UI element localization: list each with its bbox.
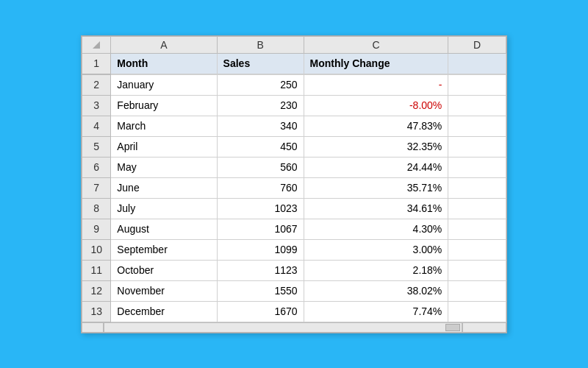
cell-d12[interactable]	[448, 280, 506, 301]
cell-d9[interactable]	[448, 219, 506, 239]
table-row: 12November155038.02%	[82, 280, 506, 301]
cell-c13[interactable]: 7.74%	[304, 301, 448, 322]
row-num-11: 11	[82, 260, 111, 280]
horizontal-scrollbar[interactable]	[104, 322, 462, 333]
spreadsheet: A B C D 1 Month Sales Monthly Change	[81, 35, 507, 333]
cell-a9[interactable]: August	[111, 219, 217, 239]
cell-a3[interactable]: February	[111, 95, 217, 116]
row-num-6: 6	[82, 157, 111, 177]
row-num-9: 9	[82, 219, 111, 239]
cell-c12[interactable]: 38.02%	[304, 280, 448, 301]
cell-c2[interactable]: -	[304, 74, 448, 95]
cell-b8[interactable]: 1023	[217, 198, 304, 219]
row-num-13: 13	[82, 301, 111, 322]
col-header-b[interactable]: B	[217, 36, 304, 53]
cell-c1[interactable]: Monthly Change	[304, 53, 448, 74]
table-row-header: 1 Month Sales Monthly Change	[82, 53, 506, 74]
cell-d2[interactable]	[448, 74, 506, 95]
cell-b13[interactable]: 1670	[217, 301, 304, 322]
cell-b1[interactable]: Sales	[217, 53, 304, 74]
cell-b7[interactable]: 760	[217, 177, 304, 198]
cell-c5[interactable]: 32.35%	[304, 136, 448, 157]
cell-d5[interactable]	[448, 136, 506, 157]
cell-c4[interactable]: 47.83%	[304, 116, 448, 136]
row-num-12: 12	[82, 280, 111, 301]
table-row: 7June76035.71%	[82, 177, 506, 198]
row-num-5: 5	[82, 136, 111, 157]
cell-c11[interactable]: 2.18%	[304, 260, 448, 280]
cell-b3[interactable]: 230	[217, 95, 304, 116]
cell-b9[interactable]: 1067	[217, 219, 304, 239]
cell-b6[interactable]: 560	[217, 157, 304, 177]
cell-a1[interactable]: Month	[111, 53, 217, 74]
scroll-thumb[interactable]	[445, 324, 460, 331]
cell-a10[interactable]: September	[111, 239, 217, 260]
table-row: 9August10674.30%	[82, 219, 506, 239]
table-row: 5April45032.35%	[82, 136, 506, 157]
row-num-2: 2	[82, 74, 111, 95]
cell-a13[interactable]: December	[111, 301, 217, 322]
cell-c6[interactable]: 24.44%	[304, 157, 448, 177]
cell-b5[interactable]: 450	[217, 136, 304, 157]
row-num-7: 7	[82, 177, 111, 198]
cell-d6[interactable]	[448, 157, 506, 177]
cell-b12[interactable]: 1550	[217, 280, 304, 301]
sheet-table: A B C D 1 Month Sales Monthly Change	[82, 36, 506, 74]
cell-d10[interactable]	[448, 239, 506, 260]
cell-d13[interactable]	[448, 301, 506, 322]
table-row: 6May56024.44%	[82, 157, 506, 177]
scrollbar-row	[82, 322, 506, 333]
table-row: 13December16707.74%	[82, 301, 506, 322]
cell-d11[interactable]	[448, 260, 506, 280]
row-num-10: 10	[82, 239, 111, 260]
cell-a12[interactable]: November	[111, 280, 217, 301]
row-num-8: 8	[82, 198, 111, 219]
row-num-3: 3	[82, 95, 111, 116]
cell-a5[interactable]: April	[111, 136, 217, 157]
cell-b4[interactable]: 340	[217, 116, 304, 136]
cell-d1[interactable]	[448, 53, 506, 74]
table-row: 2January250-	[82, 74, 506, 95]
col-header-c[interactable]: C	[304, 36, 448, 53]
cell-b11[interactable]: 1123	[217, 260, 304, 280]
data-table: 2January250-3February230-8.00%4March3404…	[82, 74, 506, 322]
cell-c7[interactable]: 35.71%	[304, 177, 448, 198]
table-row: 10September10993.00%	[82, 239, 506, 260]
cell-d7[interactable]	[448, 177, 506, 198]
cell-c9[interactable]: 4.30%	[304, 219, 448, 239]
cell-d4[interactable]	[448, 116, 506, 136]
col-header-a[interactable]: A	[111, 36, 217, 53]
col-header-d[interactable]: D	[448, 36, 506, 53]
cell-a11[interactable]: October	[111, 260, 217, 280]
table-row: 4March34047.83%	[82, 116, 506, 136]
cell-b2[interactable]: 250	[217, 74, 304, 95]
table-row: 8July102334.61%	[82, 198, 506, 219]
cell-a8[interactable]: July	[111, 198, 217, 219]
cell-c10[interactable]: 3.00%	[304, 239, 448, 260]
cell-d3[interactable]	[448, 95, 506, 116]
cell-d8[interactable]	[448, 198, 506, 219]
cell-a4[interactable]: March	[111, 116, 217, 136]
cell-b10[interactable]: 1099	[217, 239, 304, 260]
table-row: 11October11232.18%	[82, 260, 506, 280]
cell-c3[interactable]: -8.00%	[304, 95, 448, 116]
table-row: 3February230-8.00%	[82, 95, 506, 116]
row-num-1: 1	[82, 53, 111, 74]
svg-marker-0	[93, 41, 100, 49]
cell-a2[interactable]: January	[111, 74, 217, 95]
corner-header	[82, 36, 111, 53]
cell-a7[interactable]: June	[111, 177, 217, 198]
cell-c8[interactable]: 34.61%	[304, 198, 448, 219]
cell-a6[interactable]: May	[111, 157, 217, 177]
row-num-4: 4	[82, 116, 111, 136]
